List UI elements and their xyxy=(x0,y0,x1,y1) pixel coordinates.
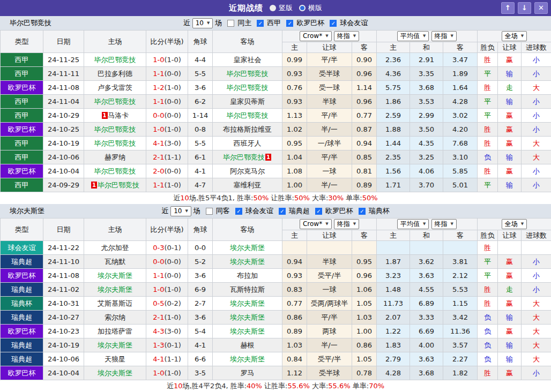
average-odds-cell: 3.25 xyxy=(410,150,443,164)
goals-result-cell: 小 xyxy=(522,67,551,81)
league-filter-checkbox-2[interactable]: ✓ xyxy=(286,20,293,27)
column-header: 客场 xyxy=(213,31,282,53)
away-team: 塞维利亚 xyxy=(213,178,282,192)
goals-result-cell: 大 xyxy=(522,352,551,366)
red-card-icon: 1 xyxy=(91,182,97,189)
league-filter-checkbox-2[interactable]: ✓ xyxy=(279,208,286,215)
average-odds-cell: 2.99 xyxy=(410,109,443,123)
table-row: 欧罗巴杯24-10-25毕尔巴鄂竞技1-0(1-0)0-8布拉格斯拉维亚1.02… xyxy=(1,123,551,137)
halftime-score: (0-0) xyxy=(164,258,181,266)
team-label: 埃尔夫斯堡 xyxy=(230,299,265,307)
bookmaker-odds-cell: 0.76 xyxy=(282,81,307,95)
average-select[interactable]: 平均值▼ xyxy=(397,31,429,41)
column-header: 日期 xyxy=(43,31,84,53)
chevron-down-icon: ▼ xyxy=(325,220,328,228)
average-odds-cell: 1.86 xyxy=(377,95,410,109)
summary-segment: 大率: xyxy=(310,194,329,202)
bookmaker-select[interactable]: Crow*▼ xyxy=(300,219,332,229)
team-label: 埃尔夫斯堡 xyxy=(230,244,265,252)
chevron-down-icon: ▼ xyxy=(353,32,356,40)
bookmaker-select[interactable]: Crow*▼ xyxy=(300,31,332,41)
bookmaker-odds-cell: 0.96 xyxy=(352,95,377,109)
table-row: 欧罗巴杯24-11-08卢多戈雷茨1-2(1-0)3-6毕尔巴鄂竞技0.76受一… xyxy=(1,81,551,95)
goals-result-cell: 大 xyxy=(522,150,551,164)
handicap-result-cell: 走 xyxy=(498,283,522,297)
move-up-icon[interactable]: ↑ xyxy=(501,2,515,14)
league-filter-checkbox-3[interactable]: ✓ xyxy=(315,208,322,215)
home-team: 卢多戈雷茨 xyxy=(84,81,146,95)
recent-count-select[interactable]: 10▼ xyxy=(192,18,213,28)
team-label: 埃尔夫斯堡 xyxy=(98,272,132,280)
score-cell: 1-2(1-0) xyxy=(146,81,188,95)
sub-column-header: 进球数 xyxy=(522,42,551,53)
move-down-icon[interactable]: ↓ xyxy=(518,2,531,14)
table-row: 瑞典超24-10-06天狼星4-1(1-1)6-6埃尔夫斯堡0.84受平/半1.… xyxy=(1,352,551,366)
average-select-value: 平均值 xyxy=(400,32,420,40)
bookmaker-select-value: Crow* xyxy=(303,220,322,228)
table-row: 瑞典杯24-10-31艾斯基斯迈0-5(0-2)2-7埃尔夫斯堡0.77受两/两… xyxy=(1,297,551,311)
team-label: 埃尔夫斯堡 xyxy=(230,258,265,266)
team-label: 毕尔巴鄂竞技 xyxy=(227,70,269,78)
away-team: 毕尔巴鄂竞技 xyxy=(213,67,282,81)
scope-select[interactable]: 全场▼ xyxy=(502,31,527,41)
layout-radio-1[interactable] xyxy=(270,5,276,11)
scope-select[interactable]: 全场▼ xyxy=(502,219,527,229)
team-label: 埃尔夫斯堡 xyxy=(98,369,132,377)
bookmaker-odds-cell: 一球 xyxy=(307,283,352,297)
fulltime-score: 1-3 xyxy=(153,341,164,349)
section-team-name: 毕尔巴鄂竞技 xyxy=(10,18,51,28)
bookmaker-odds-group: Crow*▼ 终指▼ xyxy=(282,218,377,230)
team-label: 马洛卡 xyxy=(108,111,129,119)
fulltime-score: 1-1 xyxy=(153,272,164,280)
league-filter-checkbox-1[interactable]: ✓ xyxy=(235,208,242,215)
average-odds-cell: 3.23 xyxy=(377,269,410,283)
section-summary: 近10场,胜4平2负4, 胜率:40% 让胜率:55.6% 大率:55.6% 单… xyxy=(0,380,551,392)
chevron-down-icon: ▼ xyxy=(185,207,188,215)
match-filter: 近10▼场同主✓西甲✓欧罗巴杯✓球会友谊 xyxy=(183,18,368,28)
average-odds-cell: 2.12 xyxy=(443,269,478,283)
halftime-score: (3-0) xyxy=(164,139,181,147)
same-venue-checkbox[interactable] xyxy=(227,20,234,27)
goals-result-cell: 小 xyxy=(522,269,551,283)
halftime-score: (1-0) xyxy=(164,125,181,133)
team-label: 西班牙人 xyxy=(234,139,262,147)
bookmaker-odds-cell: 1.12 xyxy=(282,366,307,380)
average-odds-cell: 1.71 xyxy=(377,178,410,192)
league-badge: 欧罗巴杯 xyxy=(1,269,43,283)
final-odds-select[interactable]: 终指▼ xyxy=(334,219,359,229)
summary-segment: 场,胜5平4负1, 胜率: xyxy=(189,194,254,202)
halftime-score: (1-0) xyxy=(164,181,181,189)
corner-count: 6-9 xyxy=(188,283,213,297)
average-odds-cell: 3.33 xyxy=(410,311,443,325)
corner-count: 3-6 xyxy=(188,81,213,95)
recent-count-select[interactable]: 10▼ xyxy=(170,206,191,216)
fulltime-score: 4-3 xyxy=(153,327,164,335)
final-odds-select-2[interactable]: 终指▼ xyxy=(431,219,457,229)
table-row: 欧罗巴杯24-11-08埃尔夫斯堡1-1(0-0)3-6布拉加0.93受平/半0… xyxy=(1,269,551,283)
layout-radio-group: 竖版横版 xyxy=(263,3,322,13)
league-filter-checkbox-3[interactable]: ✓ xyxy=(330,20,337,27)
same-venue-checkbox[interactable] xyxy=(206,208,213,215)
score-cell: 1-1(0-0) xyxy=(146,269,188,283)
chevron-down-icon: ▼ xyxy=(451,220,453,228)
layout-radio-2[interactable] xyxy=(299,5,306,11)
team-label: 毕尔巴鄂竞技 xyxy=(94,97,136,105)
corner-count: 4-1 xyxy=(188,338,213,352)
final-odds-select[interactable]: 终指▼ xyxy=(334,31,359,41)
average-odds-cell xyxy=(377,241,410,255)
team-label: 毕尔巴鄂竞技 xyxy=(94,56,136,64)
score-cell: 0-5(0-2) xyxy=(146,297,188,311)
outcome-cell: 平 xyxy=(478,95,498,109)
average-select[interactable]: 平均值▼ xyxy=(397,219,429,229)
league-filter-checkbox-4[interactable]: ✓ xyxy=(359,208,366,215)
final-odds-select-2[interactable]: 终指▼ xyxy=(431,31,457,41)
close-icon[interactable]: ✕ xyxy=(534,2,548,14)
halftime-score: (3-0) xyxy=(164,327,181,335)
average-odds-cell: 4.36 xyxy=(377,67,410,81)
score-cell: 0-0(0-0) xyxy=(146,255,188,269)
average-odds-cell: 11.73 xyxy=(377,297,410,311)
match-date: 24-11-25 xyxy=(43,53,84,67)
handicap-result-cell: 赢 xyxy=(498,164,522,178)
away-team: 埃尔夫斯堡 xyxy=(213,255,282,269)
league-filter-checkbox-1[interactable]: ✓ xyxy=(257,20,264,27)
